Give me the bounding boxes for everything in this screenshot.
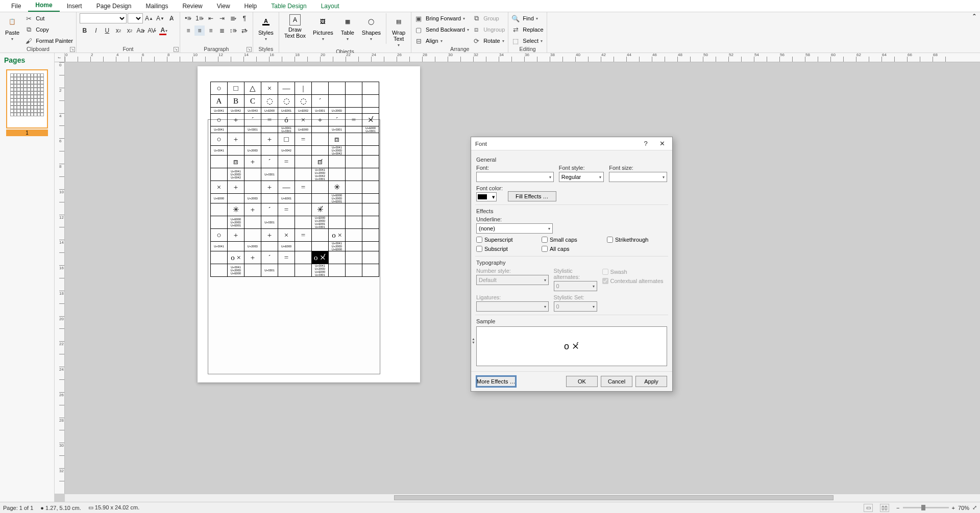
collapse-ribbon-button[interactable]: ˆ — [969, 12, 980, 53]
tab-review[interactable]: Review — [175, 1, 209, 12]
clear-formatting-button[interactable]: A̷ — [166, 13, 177, 23]
pictures-button[interactable]: 🖼Pictures▾ — [311, 13, 335, 42]
strikethrough-checkbox[interactable]: Strikethrough — [607, 237, 667, 243]
font-color-button[interactable]: A▾ — [158, 25, 168, 36]
zoom-in-button[interactable]: + — [952, 505, 955, 511]
font-name-input[interactable]: ▾ — [476, 172, 554, 182]
ungroup-icon: ⧈ — [472, 25, 480, 34]
fill-effects-button[interactable]: Fill Effects … — [508, 191, 556, 201]
tab-help[interactable]: Help — [237, 1, 264, 12]
ruler-corner[interactable]: ⌙ — [55, 53, 65, 62]
ribbon: 📋 Paste ▾ ✂Cut ⧉Copy 🖌Format Painter Cli… — [0, 12, 980, 53]
group-editing: 🔍Find▾ ⇄Replace ⬚Select▾ Editing — [508, 12, 547, 53]
font-size-input[interactable]: ▾ — [609, 172, 667, 182]
font-size-select[interactable] — [128, 13, 143, 23]
zoom-value[interactable]: 70% — [958, 505, 969, 511]
font-launcher[interactable]: ↘ — [174, 47, 179, 52]
tab-layout[interactable]: Layout — [314, 1, 347, 12]
replace-button[interactable]: ⇄Replace — [511, 24, 543, 35]
subscript-button[interactable]: x2 — [113, 25, 124, 36]
numbering-button[interactable]: 1≡▾ — [194, 13, 205, 23]
send-backward-button[interactable]: ▢Send Backward▾ — [414, 24, 469, 35]
tab-pagedesign[interactable]: Page Design — [89, 1, 139, 12]
cut-button[interactable]: ✂Cut — [24, 13, 73, 23]
sample-spinner[interactable]: ▲▼ — [472, 337, 475, 344]
zoom-out-button[interactable]: − — [896, 505, 899, 511]
allcaps-checkbox[interactable]: All caps — [542, 246, 602, 252]
shrink-font-button[interactable]: A▼ — [155, 13, 165, 23]
superscript-button[interactable]: x2 — [125, 25, 135, 36]
tab-view[interactable]: View — [210, 1, 237, 12]
horizontal-ruler[interactable]: 0246810121416182022242628303234363840424… — [65, 53, 980, 62]
font-style-input[interactable]: Regular▾ — [559, 172, 604, 182]
change-case-button[interactable]: Aa▾ — [136, 25, 146, 36]
dialog-title: Font — [475, 141, 487, 147]
draw-textbox-button[interactable]: ADraw Text Box — [282, 13, 308, 40]
table-button[interactable]: ▦Table▾ — [338, 13, 357, 42]
styles-button[interactable]: A Styles ▾ — [256, 13, 276, 42]
group-label: Font — [80, 46, 177, 53]
line-spacing-button[interactable]: ↕≡▾ — [228, 25, 238, 36]
status-size: ▭ 15.90 x 24.02 cm. — [88, 504, 140, 511]
ok-button[interactable]: OK — [566, 376, 598, 387]
vertical-ruler[interactable]: 02468101214161820222426283032 — [55, 62, 65, 494]
italic-button[interactable]: I — [91, 25, 101, 36]
status-page[interactable]: Page: 1 of 1 — [3, 505, 33, 511]
more-effects-button[interactable]: More Effects … — [476, 376, 516, 387]
tab-home[interactable]: Home — [28, 0, 59, 12]
paste-button[interactable]: 📋 Paste ▾ — [3, 13, 21, 42]
zoom-slider[interactable] — [903, 507, 949, 508]
inc-indent-button[interactable]: ⇥ — [217, 13, 227, 23]
number-style-input: Default▾ — [476, 275, 549, 285]
dec-indent-button[interactable]: ⇤ — [206, 13, 216, 23]
bold-button[interactable]: B — [80, 25, 90, 36]
align-justify-button[interactable]: ≣ — [217, 25, 227, 36]
horizontal-scrollbar[interactable] — [65, 494, 980, 502]
find-button[interactable]: 🔍Find▾ — [511, 13, 543, 23]
page[interactable]: ○□△×—|ABC◌◌◌´U+0041U+0042U+0043U+E000U+E… — [198, 66, 420, 382]
bullets-button[interactable]: •≡▾ — [183, 13, 193, 23]
align-center-button[interactable]: ≡ — [194, 25, 205, 36]
pilcrow-button[interactable]: ¶ — [239, 13, 250, 23]
grow-font-button[interactable]: A▲ — [144, 13, 154, 23]
tab-insert[interactable]: Insert — [60, 1, 89, 12]
smallcaps-checkbox[interactable]: Small caps — [542, 237, 602, 243]
dialog-help-button[interactable]: ? — [640, 140, 652, 147]
wrap-text-button[interactable]: ▤Wrap Text▾ — [389, 13, 408, 48]
view-single-button[interactable]: ▭ — [864, 504, 873, 512]
align-button[interactable]: ⊟Align▾ — [414, 36, 469, 46]
group-label: Clipboard — [3, 46, 73, 53]
view-spread-button[interactable]: ▯▯ — [880, 504, 889, 512]
format-painter-button[interactable]: 🖌Format Painter — [24, 36, 73, 46]
rotate-button[interactable]: ⟳Rotate▾ — [472, 36, 505, 46]
tab-file[interactable]: File — [4, 1, 28, 12]
underline-button[interactable]: U — [102, 25, 112, 36]
ungroup-button[interactable]: ⧈Ungroup — [472, 24, 505, 35]
font-dialog: Font ? ✕ General Font: ▾ Font style: Reg… — [471, 137, 673, 392]
align-left-button[interactable]: ≡ — [183, 25, 193, 36]
columns-button[interactable]: ≣▾ — [228, 13, 238, 23]
bring-forward-button[interactable]: ▣Bring Forward▾ — [414, 13, 469, 23]
font-name-select[interactable] — [80, 13, 127, 23]
superscript-checkbox[interactable]: Superscript — [476, 237, 536, 243]
clipboard-launcher[interactable]: ↘ — [70, 47, 75, 52]
char-spacing-button[interactable]: AV▾ — [147, 25, 157, 36]
copy-button[interactable]: ⧉Copy — [24, 24, 73, 35]
zoom-fit-button[interactable]: ⤢ — [972, 504, 977, 511]
apply-button[interactable]: Apply — [635, 376, 667, 387]
tab-tabledesign[interactable]: Table Design — [264, 1, 313, 12]
dialog-close-button[interactable]: ✕ — [656, 140, 668, 147]
select-button[interactable]: ⬚Select▾ — [511, 36, 543, 46]
tab-mailings[interactable]: Mailings — [138, 1, 175, 12]
shapes-button[interactable]: ◯Shapes▾ — [360, 13, 383, 42]
paragraph-launcher[interactable]: ↘ — [247, 47, 252, 52]
text-direction-button[interactable]: ⇄▾ — [239, 25, 250, 36]
group-button[interactable]: ⧉Group — [472, 13, 505, 23]
font-color-picker[interactable]: ▾ — [476, 192, 497, 201]
document-table[interactable]: ○□△×—|ABC◌◌◌´U+0041U+0042U+0043U+E000U+E… — [210, 82, 379, 277]
subscript-checkbox[interactable]: Subscript — [476, 246, 536, 252]
page-thumbnail[interactable] — [6, 69, 48, 129]
align-right-button[interactable]: ≡ — [206, 25, 216, 36]
cancel-button[interactable]: Cancel — [601, 376, 632, 387]
underline-input[interactable]: (none)▾ — [476, 223, 553, 234]
